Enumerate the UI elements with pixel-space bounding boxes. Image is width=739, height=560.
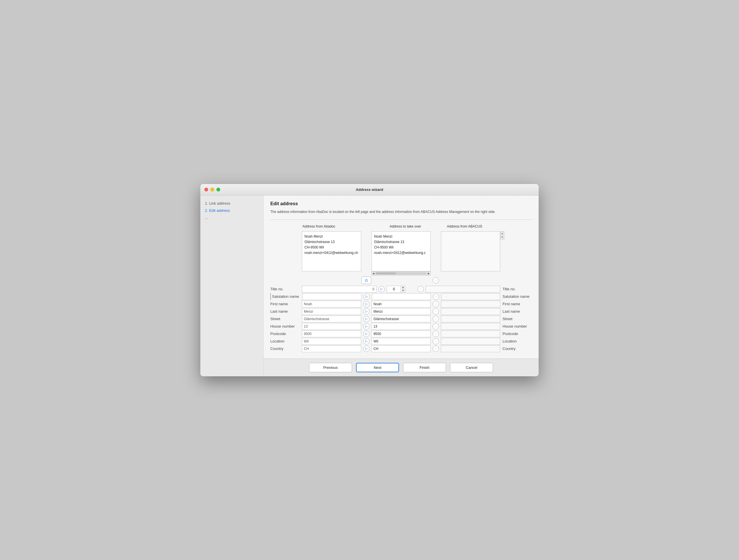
house-number-copy-btn[interactable]: ▷ (363, 323, 370, 330)
first-name-right-arrow-col: ○ (431, 301, 441, 307)
takeover-location-input[interactable] (372, 338, 431, 345)
abadoc-postcode-input[interactable] (302, 331, 361, 337)
right-copy-button[interactable]: ○ (433, 277, 439, 284)
abacus-country-input (441, 345, 500, 352)
maximize-button[interactable] (216, 188, 220, 191)
title-no-right-arrow-col: ○ (415, 286, 426, 292)
last-name-right-copy-btn[interactable]: ○ (433, 308, 439, 315)
title-no-right-copy-btn[interactable]: ○ (417, 286, 424, 292)
salutation-right-copy-btn[interactable]: ○ (433, 294, 439, 300)
content-area: Edit address The address information fro… (264, 195, 539, 359)
abadoc-address-box: Noah Menzi Glämischstrasse 13 CH-9500 Wi… (302, 231, 361, 271)
close-button[interactable] (204, 188, 208, 191)
abadoc-last-name-input[interactable] (302, 308, 361, 315)
first-name-copy-btn[interactable]: ▷ (363, 301, 370, 307)
title-no-copy-btn[interactable]: ▷ (379, 286, 385, 292)
minimize-button[interactable] (210, 188, 214, 191)
country-label: Country (270, 347, 302, 351)
location-copy-btn[interactable]: ▷ (363, 338, 370, 345)
country-right-copy-btn[interactable]: ○ (433, 346, 439, 352)
street-row: Street ▷ ○ Street (270, 316, 532, 323)
copy-all-button[interactable]: ⊙ (361, 276, 371, 284)
abadoc-first-name-input[interactable] (302, 301, 361, 308)
takeover-house-number-input[interactable] (372, 323, 431, 330)
next-button[interactable]: Next (356, 363, 399, 372)
house-number-label: House number (270, 324, 302, 329)
abadoc-country-input[interactable] (302, 345, 361, 352)
country-right-arrow-col: ○ (431, 346, 441, 352)
scroll-left-arrow[interactable]: ◀ (372, 272, 375, 275)
abadoc-street-input[interactable] (302, 316, 361, 323)
takeover-line4: noah.menzi+0412@webwirkung.c (374, 250, 428, 256)
title-no-spinner[interactable]: ▲ ▼ (387, 286, 415, 293)
abacus-first-name-input (441, 301, 500, 308)
country-copy-btn[interactable]: ▷ (363, 346, 370, 352)
scrollbar-up-arrow[interactable]: ▲ (501, 232, 503, 235)
postcode-copy-btn[interactable]: ▷ (363, 331, 370, 337)
location-label-right: Location (500, 339, 532, 343)
takeover-scrollbar[interactable]: ◀ ▶ (372, 271, 431, 275)
takeover-postcode-input[interactable] (372, 331, 431, 337)
right-copy-icon: ○ (435, 279, 437, 282)
spinner-buttons: ▲ ▼ (401, 286, 405, 293)
last-name-arrow-icon: ▷ (365, 310, 367, 313)
abadoc-salutation-input[interactable] (302, 293, 361, 300)
location-arrow-icon: ▷ (365, 339, 367, 343)
location-row: Location ▷ ○ Location (270, 338, 532, 345)
country-arrow-icon: ▷ (365, 347, 367, 351)
abacus-house-number-input (441, 323, 500, 330)
title-no-arrow-col: ▷ (377, 286, 387, 292)
sidebar-item-link-address[interactable]: 1. Link address (205, 201, 259, 205)
window-title: Address wizard (356, 187, 383, 192)
scroll-right-arrow[interactable]: ▶ (427, 272, 430, 275)
footer: Previous Next Finish Cancel (264, 359, 539, 376)
title-no-spinner-input[interactable] (387, 286, 401, 293)
window-body: 1. Link address 2. Edit address ... Edit… (200, 195, 539, 376)
abadoc-line3: CH-9500 Wil (304, 245, 358, 250)
salutation-label: Salutation name (271, 294, 302, 299)
abacus-postcode-input (441, 331, 500, 337)
main-scrollbar-v[interactable]: ▲ ▼ (500, 231, 504, 239)
abadoc-location-input[interactable] (302, 338, 361, 345)
takeover-line3: CH-9500 Wil (374, 245, 428, 250)
copy-all-btn-wrapper: ⊙ (361, 276, 372, 284)
abadoc-title-no-input[interactable] (302, 286, 377, 293)
street-copy-btn[interactable]: ▷ (363, 316, 370, 322)
sidebar-item-edit-address[interactable]: 2. Edit address (205, 208, 259, 213)
cancel-button[interactable]: Cancel (450, 363, 493, 372)
first-name-right-copy-btn[interactable]: ○ (433, 301, 439, 307)
abadoc-title-no-field (302, 286, 377, 293)
takeover-street-input[interactable] (372, 316, 431, 323)
last-name-copy-btn[interactable]: ▷ (363, 308, 370, 315)
spinner-down[interactable]: ▼ (401, 289, 405, 292)
country-right-icon: ○ (435, 347, 437, 350)
location-right-copy-btn[interactable]: ○ (433, 338, 439, 345)
street-right-copy-btn[interactable]: ○ (433, 316, 439, 322)
scrollbar-down-arrow[interactable]: ▼ (501, 236, 503, 238)
takeover-first-name-input[interactable] (372, 301, 431, 308)
postcode-right-copy-btn[interactable]: ○ (433, 331, 439, 337)
location-arrow-col: ▷ (361, 338, 372, 345)
takeover-last-name-input[interactable] (372, 308, 431, 315)
house-number-right-copy-btn[interactable]: ○ (433, 323, 439, 330)
takeover-salutation-input[interactable] (372, 293, 431, 300)
abacus-last-name-input (441, 308, 500, 315)
last-name-label: Last name (270, 309, 302, 314)
abadoc-house-number-input[interactable] (302, 323, 361, 330)
takeover-line1: Noah Menzi (374, 234, 428, 239)
previous-button[interactable]: Previous (309, 363, 352, 372)
postcode-label-right: Postcode (500, 332, 532, 336)
abacus-street-input (441, 316, 500, 323)
street-right-icon: ○ (435, 318, 437, 321)
finish-button[interactable]: Finish (403, 363, 446, 372)
salutation-row: Salutation name ▷ ○ Salutation na (270, 293, 532, 300)
page-title: Edit address (270, 201, 532, 206)
postcode-arrow-icon: ▷ (365, 332, 367, 336)
house-number-row: House number ▷ ○ House number (270, 323, 532, 330)
last-name-right-arrow-col: ○ (431, 308, 441, 315)
postcode-right-icon: ○ (435, 333, 437, 335)
description-text: The address information from AbaDoc is l… (270, 209, 532, 214)
spinner-up[interactable]: ▲ (401, 286, 405, 289)
takeover-country-input[interactable] (372, 345, 431, 352)
salutation-copy-btn[interactable]: ▷ (363, 294, 370, 300)
